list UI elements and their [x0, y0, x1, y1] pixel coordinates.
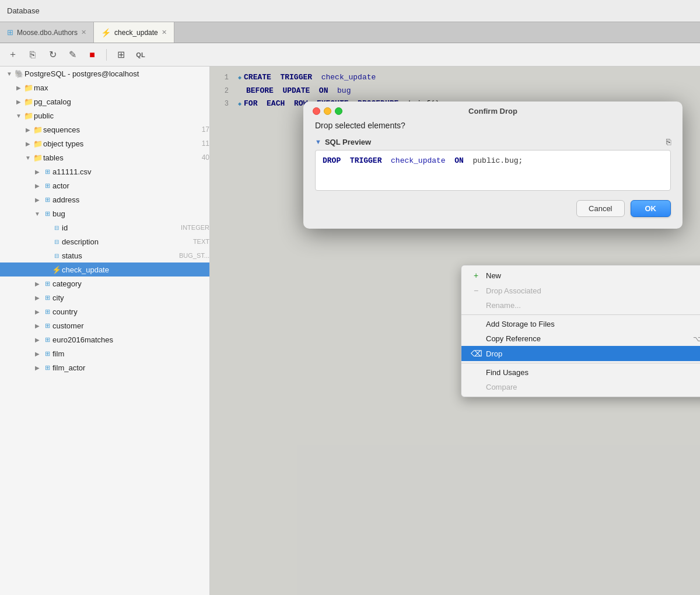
- tree-label-bug: bug: [52, 209, 209, 218]
- tab-check-update-close[interactable]: ✕: [162, 29, 167, 36]
- cancel-button[interactable]: Cancel: [576, 200, 624, 217]
- tree-item-sequences[interactable]: ▶ 📁 sequences 17: [0, 123, 209, 136]
- tree-item-col-id[interactable]: ⊟ id INTEGER: [0, 220, 209, 235]
- window-close-button[interactable]: [313, 107, 320, 115]
- table-icon-euro2016: ⊞: [42, 336, 52, 344]
- tab-check-update-label: check_update: [114, 29, 158, 37]
- tree-label-address: address: [52, 195, 209, 204]
- tree-item-address[interactable]: ▶ ⊞ address: [0, 192, 209, 206]
- ctx-item-new[interactable]: + New ▶: [461, 268, 700, 283]
- ctx-new-label: New: [486, 271, 700, 280]
- folder-icon-max: 📁: [23, 83, 34, 92]
- tree-item-a11111[interactable]: ▶ ⊞ a11111.csv: [0, 164, 209, 178]
- ctx-item-add-storage[interactable]: Add Storage to Files: [461, 317, 700, 331]
- menu-database[interactable]: Database: [7, 6, 40, 15]
- sql-trigger-name: check_update: [391, 156, 446, 165]
- tree-label-trigger: check_update: [62, 265, 209, 274]
- tree-item-category[interactable]: ▶ ⊞ category: [0, 276, 209, 290]
- tree-toggle-db: ▼: [5, 71, 14, 77]
- ctx-compare-label: Compare: [486, 383, 693, 391]
- tree-toggle-country: ▶: [33, 309, 42, 315]
- dialog-title: Confirm Drop: [468, 107, 517, 116]
- tree-toggle-a11111: ▶: [33, 169, 42, 175]
- tree-item-trigger-check-update[interactable]: ⚡ check_update: [0, 262, 209, 276]
- folder-icon-pg-catalog: 📁: [23, 97, 34, 106]
- ctx-separator-2: [461, 363, 700, 363]
- tree-item-bug[interactable]: ▼ ⊞ bug: [0, 206, 209, 220]
- window-minimize-button[interactable]: [324, 107, 331, 115]
- ctx-item-compare[interactable]: Compare ⌘D: [461, 380, 700, 394]
- tree-item-film-actor[interactable]: ▶ ⊞ film_actor: [0, 360, 209, 374]
- ql-button[interactable]: QL: [132, 47, 149, 63]
- edit-button[interactable]: ✎: [64, 47, 80, 63]
- tree-label-col-id: id: [62, 223, 178, 232]
- tree-item-tables[interactable]: ▼ 📁 tables 40: [0, 150, 209, 164]
- table-icon-a11111: ⊞: [42, 168, 52, 176]
- sidebar: ▼ 🐘 PostgreSQL - postgres@localhost ▶ 📁 …: [0, 66, 210, 595]
- tree-toggle-film: ▶: [33, 351, 42, 357]
- tree-item-public[interactable]: ▼ 📁 public: [0, 108, 209, 123]
- window-maximize-button[interactable]: [335, 107, 342, 115]
- ctx-item-drop[interactable]: ⌫ Drop: [461, 346, 700, 361]
- ctx-item-rename[interactable]: Rename... ⇧F6: [461, 298, 700, 313]
- dialog-buttons: Cancel OK: [315, 200, 671, 217]
- tree-label-city: city: [52, 293, 209, 302]
- tree-label-pg-catalog: pg_catalog: [34, 97, 209, 106]
- sql-kw-on: ON: [454, 156, 464, 165]
- tab-check-update[interactable]: ⚡ check_update ✕: [94, 22, 174, 43]
- tab-authors-close[interactable]: ✕: [81, 29, 86, 36]
- ctx-drop-assoc-icon: −: [471, 286, 481, 295]
- col-type-description: TEXT: [193, 238, 209, 245]
- tree-item-country[interactable]: ▶ ⊞ country: [0, 304, 209, 318]
- table-icon: ⊞: [7, 28, 13, 37]
- tree-item-object-types[interactable]: ▶ 📁 object types 11: [0, 136, 209, 150]
- sql-kw-trigger: TRIGGER: [350, 156, 382, 165]
- folder-icon-tables: 📁: [33, 153, 43, 162]
- tab-authors[interactable]: ⊞ Moose.dbo.Authors ✕: [0, 22, 94, 43]
- add-button[interactable]: ＋: [5, 47, 21, 63]
- tree-item-pg-catalog[interactable]: ▶ 📁 pg_catalog: [0, 94, 209, 108]
- tree-label-max: max: [34, 83, 209, 92]
- ctx-find-usages-label: Find Usages: [486, 368, 689, 377]
- tree-toggle-sequences: ▶: [23, 127, 33, 133]
- ctx-item-drop-associated[interactable]: − Drop Associated ▶: [461, 283, 700, 298]
- tree-label-euro2016: euro2016matches: [52, 335, 209, 344]
- refresh-button[interactable]: ↻: [44, 47, 61, 63]
- tree-item-db-root[interactable]: ▼ 🐘 PostgreSQL - postgres@localhost: [0, 66, 209, 80]
- tree-label-a11111: a11111.csv: [52, 167, 209, 176]
- tree-item-euro2016[interactable]: ▶ ⊞ euro2016matches: [0, 332, 209, 346]
- tree-item-actor[interactable]: ▶ ⊞ actor: [0, 178, 209, 192]
- stop-button[interactable]: ■: [84, 47, 100, 63]
- tree-item-col-description[interactable]: ⊟ description TEXT: [0, 235, 209, 249]
- table-view-button[interactable]: ⊞: [113, 47, 129, 63]
- ctx-drop-label: Drop: [486, 349, 700, 358]
- sql-preview-icon[interactable]: ⎘: [666, 137, 671, 146]
- col-type-id: INTEGER: [181, 224, 209, 231]
- ok-button[interactable]: OK: [631, 200, 671, 217]
- ctx-item-find-usages[interactable]: Find Usages ⌥F7: [461, 365, 700, 380]
- tree-item-film[interactable]: ▶ ⊞ film: [0, 346, 209, 360]
- tree-label-object-types: object types: [43, 139, 200, 148]
- main-layout: ▼ 🐘 PostgreSQL - postgres@localhost ▶ 📁 …: [0, 66, 700, 595]
- toolbar-separator: [106, 49, 107, 61]
- sql-preview-box: DROP TRIGGER check_update ON public.bug;: [315, 150, 671, 191]
- sql-kw-drop: DROP: [323, 156, 341, 165]
- ctx-item-copy-reference[interactable]: Copy Reference ⌥⇧⌘C: [461, 331, 700, 346]
- tree-label-public: public: [34, 111, 209, 120]
- tree-label-film: film: [52, 349, 209, 358]
- tree-item-col-status[interactable]: ⊟ status BUG_ST...: [0, 249, 209, 262]
- tree-item-max[interactable]: ▶ 📁 max: [0, 80, 209, 94]
- context-menu: + New ▶ − Drop Associated ▶ Rename... ⇧F…: [461, 265, 700, 397]
- tree-toggle-bug: ▼: [33, 211, 42, 217]
- sql-preview-toggle[interactable]: ▼: [315, 138, 321, 145]
- sql-preview-header: ▼ SQL Preview ⎘: [315, 137, 671, 146]
- tree-item-city[interactable]: ▶ ⊞ city: [0, 290, 209, 304]
- sql-schema-table: public.bug;: [473, 156, 523, 165]
- dialog-body: Drop selected elements? ▼ SQL Preview ⎘ …: [303, 121, 682, 229]
- tree-item-customer[interactable]: ▶ ⊞ customer: [0, 318, 209, 332]
- tree-toggle-public: ▼: [14, 113, 23, 119]
- tab-bar: ⊞ Moose.dbo.Authors ✕ ⚡ check_update ✕: [0, 22, 700, 43]
- copy-button[interactable]: ⎘: [24, 47, 41, 63]
- tree-toggle-euro2016: ▶: [33, 337, 42, 343]
- col-icon-status: ⊟: [51, 253, 62, 259]
